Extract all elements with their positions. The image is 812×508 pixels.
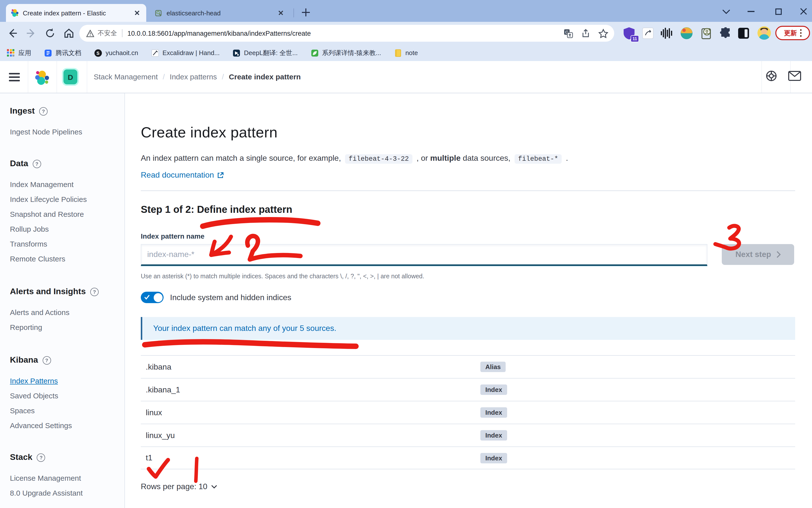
sidebar-item-license-management[interactable]: License Management: [10, 470, 125, 485]
bookmark-tencent-docs[interactable]: 腾讯文档: [44, 48, 81, 57]
tab-close-icon[interactable]: [133, 9, 141, 17]
sidebar-item-rollup-jobs[interactable]: Rollup Jobs: [10, 221, 125, 236]
sidebar-item-transforms[interactable]: Transforms: [10, 236, 125, 251]
toggle-knob: [153, 293, 162, 302]
tab-close-icon[interactable]: [277, 9, 285, 17]
sidebar-item-upgrade-assistant[interactable]: 8.0 Upgrade Assistant: [10, 485, 125, 500]
sidebar-item-index-lifecycle-policies[interactable]: Index Lifecycle Policies: [10, 192, 125, 206]
sidebar-item-reporting[interactable]: Reporting: [10, 320, 125, 334]
intro-bold: multiple: [430, 154, 461, 162]
back-icon[interactable]: [7, 28, 18, 39]
space-avatar[interactable]: D: [63, 70, 77, 84]
url-text[interactable]: 10.0.0.18:5601/app/management/kibana/ind…: [128, 30, 560, 37]
help-circle-icon[interactable]: [42, 356, 51, 365]
help-circle-icon[interactable]: [33, 160, 41, 168]
rows-per-page-label: Rows per page: 10: [141, 482, 207, 491]
bookmark-course[interactable]: 系列课详情-猿来教...: [311, 48, 381, 57]
bookmark-label: 应用: [18, 48, 31, 57]
tab-create-index-pattern[interactable]: Create index pattern - Elastic: [6, 4, 146, 22]
index-pattern-name-input[interactable]: [141, 244, 707, 266]
bookmark-note[interactable]: note: [394, 49, 418, 57]
refresh-icon[interactable]: [45, 28, 55, 39]
excalidraw-icon: [151, 49, 159, 57]
extension-badge: 11: [630, 35, 639, 42]
tab-separator: [293, 8, 294, 17]
svg-text:S: S: [96, 51, 99, 55]
address-bar[interactable]: 不安全 10.0.0.18:5601/app/management/kibana…: [79, 25, 614, 42]
breadcrumb-index-patterns[interactable]: Index patterns: [170, 73, 217, 81]
note-icon: [394, 49, 402, 57]
sidebar-item-ingest-node-pipelines[interactable]: Ingest Node Pipelines: [10, 124, 125, 139]
help-circle-icon[interactable]: [37, 453, 45, 462]
bookmark-yuchaoit[interactable]: S yuchaoit.cn: [94, 49, 138, 57]
bookmark-deepl[interactable]: DeepL翻译: 全世...: [233, 48, 298, 57]
puzzle-extensions-icon[interactable]: [719, 26, 733, 40]
side-panel-extension-icon[interactable]: [737, 26, 751, 40]
waveform-extension-icon[interactable]: [660, 26, 674, 40]
pen-extension-icon[interactable]: [641, 26, 655, 40]
window-close-button[interactable]: [795, 5, 812, 18]
include-hidden-indices-toggle[interactable]: [141, 292, 163, 303]
source-name: .kibana_1: [146, 385, 480, 394]
sidebar-item-advanced-settings[interactable]: Advanced Settings: [10, 418, 125, 433]
colorful-ball-extension-icon[interactable]: [680, 26, 694, 40]
bookmark-star-icon[interactable]: [598, 29, 608, 38]
callout-text: Your index pattern can match any of your…: [153, 324, 336, 333]
sources-match-callout: Your index pattern can match any of your…: [141, 317, 795, 340]
section-stack: Stack: [10, 452, 125, 463]
search-person-extension-icon[interactable]: [700, 26, 714, 40]
browser-update-button[interactable]: 更新: [775, 26, 810, 40]
tab-title: elasticsearch-head: [166, 9, 273, 16]
bookmark-excalidraw[interactable]: Excalidraw | Hand...: [151, 49, 220, 57]
browser-titlebar: Create index pattern - Elastic elasticse…: [0, 0, 812, 22]
table-row[interactable]: t1 Index: [141, 447, 795, 469]
bookmark-label: 系列课详情-猿来教...: [322, 48, 381, 57]
table-row[interactable]: linux Index: [141, 401, 795, 424]
help-lifering-icon[interactable]: [765, 70, 777, 82]
translate-icon[interactable]: G: [564, 29, 573, 38]
section-title: Kibana: [10, 355, 38, 365]
screen: Create index pattern - Elastic elasticse…: [0, 0, 812, 508]
table-row[interactable]: linux_yu Index: [141, 424, 795, 447]
section-title: Alerts and Insights: [10, 287, 86, 297]
table-row[interactable]: .kibana_1 Index: [141, 378, 795, 401]
adblock-shield-extension-icon[interactable]: 11: [622, 26, 636, 40]
home-icon[interactable]: [63, 28, 75, 39]
forward-icon[interactable]: [26, 28, 37, 39]
sidebar-item-saved-objects[interactable]: Saved Objects: [10, 388, 125, 403]
next-step-label: Next step: [735, 250, 771, 259]
bookmark-apps[interactable]: 应用: [7, 48, 31, 57]
help-circle-icon[interactable]: [39, 107, 48, 115]
sidebar-item-snapshot-and-restore[interactable]: Snapshot and Restore: [10, 206, 125, 221]
elastic-favicon: [11, 9, 19, 17]
help-circle-icon[interactable]: [90, 288, 99, 296]
browser-profile-avatar[interactable]: [758, 26, 771, 40]
next-step-button[interactable]: Next step: [722, 244, 794, 265]
intro-part: data sources,: [461, 154, 513, 162]
window-maximize-button[interactable]: [770, 5, 787, 18]
source-type-badge: Alias: [480, 362, 506, 372]
elasticsearch-head-favicon: [155, 9, 162, 17]
not-secure-warning-icon: [86, 30, 94, 37]
sidebar-item-remote-clusters[interactable]: Remote Clusters: [10, 251, 125, 266]
share-icon[interactable]: [581, 29, 590, 38]
menu-hamburger-icon[interactable]: [9, 73, 20, 82]
table-row[interactable]: .kibana Alias: [141, 355, 795, 378]
source-name: .kibana: [146, 363, 480, 371]
management-sidenav: Ingest Ingest Node Pipelines Data Index …: [0, 93, 125, 508]
tab-elasticsearch-head[interactable]: elasticsearch-head: [150, 4, 290, 22]
doc-link-label: Read documentation: [141, 171, 214, 180]
newsfeed-mail-icon[interactable]: [788, 71, 801, 81]
sidebar-item-spaces[interactable]: Spaces: [10, 403, 125, 418]
sidebar-item-alerts-and-actions[interactable]: Alerts and Actions: [10, 305, 125, 320]
sidebar-item-index-patterns[interactable]: Index Patterns: [10, 373, 125, 388]
rows-per-page-selector[interactable]: Rows per page: 10: [141, 482, 218, 491]
browser-menu-kebab-icon[interactable]: [800, 29, 801, 37]
sidebar-item-index-management[interactable]: Index Management: [10, 177, 125, 192]
read-documentation-link[interactable]: Read documentation: [141, 171, 795, 180]
new-tab-button[interactable]: [299, 6, 312, 19]
source-name: t1: [146, 454, 480, 462]
tab-search-chevron-icon[interactable]: [718, 5, 735, 18]
breadcrumb-stack-management[interactable]: Stack Management: [94, 73, 158, 81]
window-minimize-button[interactable]: [743, 5, 759, 18]
